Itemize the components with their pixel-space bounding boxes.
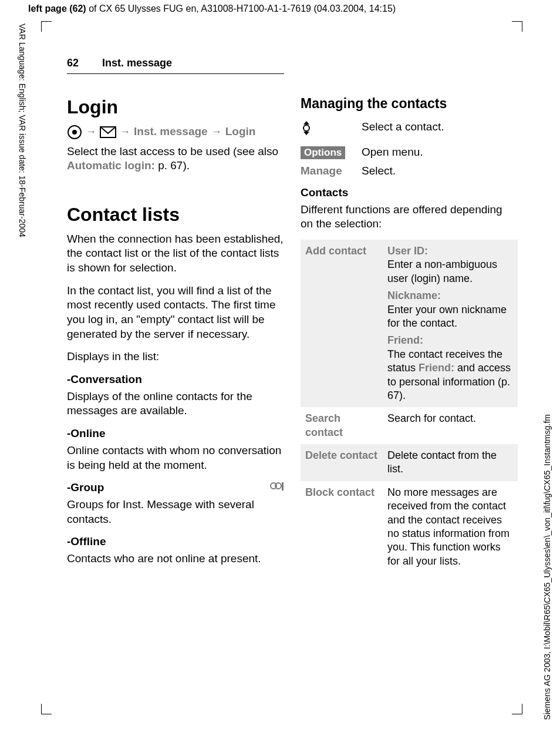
- contacts-functions-table: Add contact User ID: Enter a non-ambiguo…: [301, 240, 518, 573]
- arrow-icon: →: [86, 125, 96, 139]
- conversation-text: Displays of the online contacts for the …: [67, 389, 284, 418]
- nickname-text: Enter your own nickname for the contact.: [387, 303, 513, 331]
- page-header: 62 Inst. message: [67, 56, 284, 74]
- select-contact-text: Select a contact.: [362, 120, 518, 135]
- envelope-icon: [100, 126, 116, 138]
- nav-path: → → Inst. message → Login: [67, 125, 284, 140]
- user-id-text: Enter a non-ambiguous user (login) name.: [387, 258, 513, 286]
- managing-contacts-heading: Managing the contacts: [301, 95, 518, 113]
- top-header: left page (62) of CX 65 Ulysses FUG en, …: [28, 4, 396, 14]
- group-heading: -Group: [67, 481, 104, 495]
- nav-step-1: Inst. message: [134, 125, 208, 139]
- crop-mark-tr: [512, 21, 522, 32]
- svg-rect-5: [282, 482, 284, 489]
- delete-contact-text: Delete contact from the list.: [383, 444, 518, 481]
- login-text-a: Select the last access to be used (see a…: [67, 145, 278, 157]
- manage-text: Select.: [362, 164, 518, 179]
- search-contact-label: Search contact: [301, 407, 383, 444]
- joystick-icon: [301, 120, 350, 140]
- options-text: Open menu.: [362, 145, 518, 160]
- page-title: Inst. message: [102, 56, 172, 70]
- svg-point-6: [282, 489, 284, 491]
- add-contact-details: User ID: Enter a non-ambiguous user (log…: [383, 240, 518, 407]
- user-id-label: User ID:: [387, 244, 513, 258]
- contact-lists-heading: Contact lists: [67, 203, 284, 227]
- table-row: Delete contact Delete contact from the l…: [301, 444, 518, 481]
- login-heading: Login: [67, 95, 284, 120]
- block-contact-label: Block contact: [301, 481, 383, 573]
- page-number: 62: [67, 56, 79, 70]
- nickname-label: Nickname:: [387, 289, 513, 303]
- online-text: Online contacts with whom no conversatio…: [67, 444, 284, 472]
- friend-text: The contact receives the status Friend: …: [387, 348, 513, 403]
- table-row: Search contact Search for contact.: [301, 407, 518, 444]
- conversation-heading: -Conversation: [67, 372, 284, 387]
- right-margin-note: Siemens AG 2003, I:\Mobil\R65\CX65_Ulyss…: [542, 414, 552, 720]
- contact-lists-p1: When the connection has been established…: [67, 232, 284, 276]
- table-row: Add contact User ID: Enter a non-ambiguo…: [301, 240, 518, 407]
- contacts-heading: Contacts: [301, 186, 518, 200]
- login-text-c: p. 67).: [155, 159, 190, 172]
- search-contact-text: Search for contact.: [383, 407, 518, 444]
- arrow-icon: →: [120, 125, 130, 139]
- left-column: 62 Inst. message Login → → Inst. message…: [67, 66, 284, 575]
- add-contact-label: Add contact: [301, 240, 383, 407]
- group-text: Groups for Inst. Message with several co…: [67, 498, 284, 526]
- left-margin-note: VAR Language: English; VAR issue date: 1…: [18, 23, 27, 237]
- nav-step-2: Login: [225, 125, 256, 139]
- svg-point-7: [303, 125, 309, 131]
- online-heading: -Online: [67, 427, 284, 441]
- offline-text: Contacts who are not online at present.: [67, 552, 284, 566]
- friend-label: Friend:: [387, 334, 513, 347]
- group-heading-row: -Group: [67, 481, 284, 495]
- contact-lists-p2: In the contact list, you will find a lis…: [67, 284, 284, 342]
- login-text-b: Automatic login:: [67, 159, 155, 172]
- delete-contact-label: Delete contact: [301, 444, 383, 481]
- group-feature-icon: [270, 481, 284, 495]
- crop-mark-tl: [41, 21, 52, 32]
- top-header-rest: of CX 65 Ulysses FUG en, A31008-H7100-A1…: [86, 4, 396, 14]
- page-content: 62 Inst. message Login → → Inst. message…: [67, 66, 518, 575]
- manage-row: Manage Select.: [301, 164, 518, 179]
- login-paragraph: Select the last access to be used (see a…: [67, 145, 284, 173]
- table-row: Block contact No more messages are recei…: [301, 481, 518, 573]
- friend-text-b: Friend:: [419, 362, 454, 374]
- menu-key-icon: [67, 125, 82, 140]
- svg-point-1: [72, 130, 77, 135]
- contacts-text: Different functions are offered dependin…: [301, 203, 518, 231]
- options-row: Options Open menu.: [301, 145, 518, 160]
- offline-heading: -Offline: [67, 535, 284, 549]
- top-header-bold: left page (62): [28, 4, 86, 14]
- right-column: Managing the contacts Select a contact. …: [301, 66, 518, 575]
- manage-label: Manage: [301, 164, 350, 179]
- block-contact-text: No more messages are received from the c…: [383, 481, 518, 573]
- options-softkey: Options: [301, 146, 345, 159]
- contact-lists-p3: Displays in the list:: [67, 350, 284, 364]
- arrow-icon: →: [211, 125, 222, 139]
- crop-mark-br: [512, 704, 522, 714]
- select-contact-row: Select a contact.: [301, 120, 518, 140]
- crop-mark-bl: [41, 704, 52, 714]
